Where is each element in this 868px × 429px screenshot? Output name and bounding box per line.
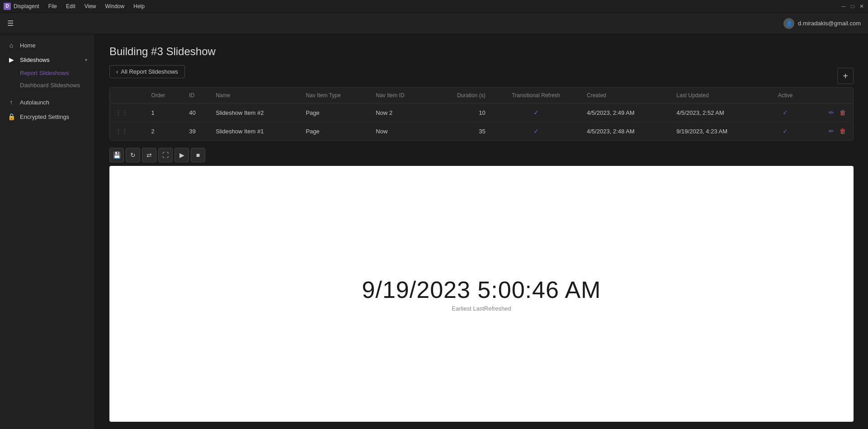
page-title: Building #3 Slideshow <box>109 45 854 58</box>
transitional-refresh-cell: ✓ <box>491 122 581 141</box>
actions-cell: ✏ 🗑 <box>805 122 853 141</box>
autolaunch-icon: ↑ <box>7 99 15 106</box>
check-icon: ✓ <box>533 109 539 116</box>
slideshows-icon: ▶ <box>7 56 15 63</box>
th-drag <box>110 88 146 104</box>
actions-cell: ✏ 🗑 <box>805 104 853 122</box>
sidebar-item-dashboard-slideshows[interactable]: Dashboard Slideshows <box>0 79 94 91</box>
save-control-button[interactable]: 💾 <box>109 148 124 162</box>
th-id: ID <box>184 88 210 104</box>
th-order: Order <box>146 88 184 104</box>
edit-button[interactable]: ✏ <box>827 108 836 117</box>
user-email: d.miradakis@gmail.com <box>798 20 861 27</box>
sync-control-button[interactable]: ⇄ <box>142 148 156 162</box>
app-name: Displagent <box>14 3 39 9</box>
active-cell: ✓ <box>766 104 805 122</box>
delete-button[interactable]: 🗑 <box>838 108 848 117</box>
back-button-label: All Report Slideshows <box>121 68 178 75</box>
minimize-button[interactable]: ─ <box>841 4 846 9</box>
sidebar-home-label: Home <box>20 42 87 49</box>
page-header: Building #3 Slideshow ‹ All Report Slide… <box>95 34 868 84</box>
user-avatar: 👤 <box>783 18 794 29</box>
preview-time: 9/19/2023 5:00:46 AM <box>362 276 601 303</box>
drag-handle-cell: ⋮⋮ <box>110 122 146 141</box>
hamburger-icon[interactable]: ☰ <box>7 19 14 28</box>
sync-icon: ⇄ <box>146 151 152 159</box>
delete-button[interactable]: 🗑 <box>838 127 848 136</box>
sidebar: ⌂ Home ▶ Slideshows ▾ Report Slideshows … <box>0 34 95 429</box>
sidebar-slideshows-label: Slideshows <box>20 57 80 63</box>
drag-handle-icon[interactable]: ⋮⋮ <box>115 127 128 135</box>
drag-handle-cell: ⋮⋮ <box>110 104 146 122</box>
check-icon: ✓ <box>533 127 539 135</box>
th-transitional-refresh: Transitional Refresh <box>491 88 581 104</box>
duration-cell: 35 <box>431 122 491 141</box>
fullscreen-control-button[interactable]: ⛶ <box>158 148 173 162</box>
th-nav-item-type: Nav Item Type <box>300 88 370 104</box>
top-nav: ☰ 👤 d.miradakis@gmail.com <box>0 13 868 34</box>
menu-view[interactable]: View <box>83 2 98 10</box>
user-area: 👤 d.miradakis@gmail.com <box>783 18 861 29</box>
th-last-updated: Last Updated <box>671 88 765 104</box>
edit-button[interactable]: ✏ <box>827 127 836 136</box>
table-row: ⋮⋮ 2 39 Slideshow Item #1 Page Now 35 ✓ … <box>110 122 853 141</box>
menu-help[interactable]: Help <box>132 2 146 10</box>
sidebar-item-autolaunch[interactable]: ↑ Autolaunch <box>0 95 94 109</box>
order-cell: 1 <box>146 104 184 122</box>
th-duration: Duration (s) <box>431 88 491 104</box>
close-button[interactable]: ✕ <box>859 4 864 9</box>
th-actions <box>805 88 853 104</box>
sidebar-item-home[interactable]: ⌂ Home <box>0 38 94 52</box>
preview-area: 9/19/2023 5:00:46 AM Earliest LastRefres… <box>109 166 854 422</box>
slideshow-items-table: Order ID Name Nav Item Type Nav Item ID … <box>110 88 853 140</box>
transitional-refresh-cell: ✓ <box>491 104 581 122</box>
menu-window[interactable]: Window <box>104 2 127 10</box>
maximize-button[interactable]: □ <box>850 4 855 9</box>
autolaunch-label: Autolaunch <box>20 99 87 106</box>
table-row: ⋮⋮ 1 40 Slideshow Item #2 Page Now 2 10 … <box>110 104 853 122</box>
play-icon: ▶ <box>179 151 184 159</box>
th-created: Created <box>581 88 671 104</box>
table-container: + Order ID Name Nav Item Type Nav Item I… <box>109 87 854 141</box>
sidebar-item-report-slideshows[interactable]: Report Slideshows <box>0 67 94 79</box>
created-cell: 4/5/2023, 2:48 AM <box>581 122 671 141</box>
lock-icon: 🔒 <box>7 113 15 120</box>
drag-handle-icon[interactable]: ⋮⋮ <box>115 109 128 116</box>
refresh-control-button[interactable]: ↻ <box>126 148 140 162</box>
app-icon: D <box>4 3 11 10</box>
th-nav-item-id: Nav Item ID <box>370 88 431 104</box>
content-area: Building #3 Slideshow ‹ All Report Slide… <box>95 34 868 429</box>
preview-subtitle: Earliest LastRefreshed <box>452 305 511 312</box>
home-icon: ⌂ <box>7 42 15 49</box>
add-button[interactable]: + <box>837 68 854 84</box>
last-updated-cell: 4/5/2023, 2:52 AM <box>671 104 765 122</box>
created-cell: 4/5/2023, 2:49 AM <box>581 104 671 122</box>
play-control-button[interactable]: ▶ <box>175 148 189 162</box>
id-cell: 39 <box>184 122 210 141</box>
order-cell: 2 <box>146 122 184 141</box>
sidebar-item-encrypted-settings[interactable]: 🔒 Encrypted Settings <box>0 109 94 124</box>
window-controls: ─ □ ✕ <box>841 4 864 9</box>
name-cell: Slideshow Item #1 <box>210 122 300 141</box>
back-button[interactable]: ‹ All Report Slideshows <box>109 65 185 78</box>
back-arrow-icon: ‹ <box>116 68 118 75</box>
report-slideshows-label: Report Slideshows <box>20 70 69 76</box>
sidebar-item-slideshows[interactable]: ▶ Slideshows ▾ <box>0 52 94 67</box>
nav-item-id-cell: Now <box>370 122 431 141</box>
nav-item-type-cell: Page <box>300 104 370 122</box>
menu-bar: File Edit View Window Help <box>47 2 841 10</box>
chevron-down-icon: ▾ <box>85 57 87 62</box>
last-updated-cell: 9/19/2023, 4:23 AM <box>671 122 765 141</box>
nav-item-id-cell: Now 2 <box>370 104 431 122</box>
name-cell: Slideshow Item #2 <box>210 104 300 122</box>
duration-cell: 10 <box>431 104 491 122</box>
th-active: Active <box>766 88 805 104</box>
stop-control-button[interactable]: ■ <box>191 148 205 162</box>
menu-edit[interactable]: Edit <box>64 2 77 10</box>
refresh-icon: ↻ <box>130 151 136 159</box>
table-header-row: Order ID Name Nav Item Type Nav Item ID … <box>110 88 853 104</box>
fullscreen-icon: ⛶ <box>162 151 169 159</box>
menu-file[interactable]: File <box>47 2 59 10</box>
id-cell: 40 <box>184 104 210 122</box>
stop-icon: ■ <box>196 151 200 159</box>
